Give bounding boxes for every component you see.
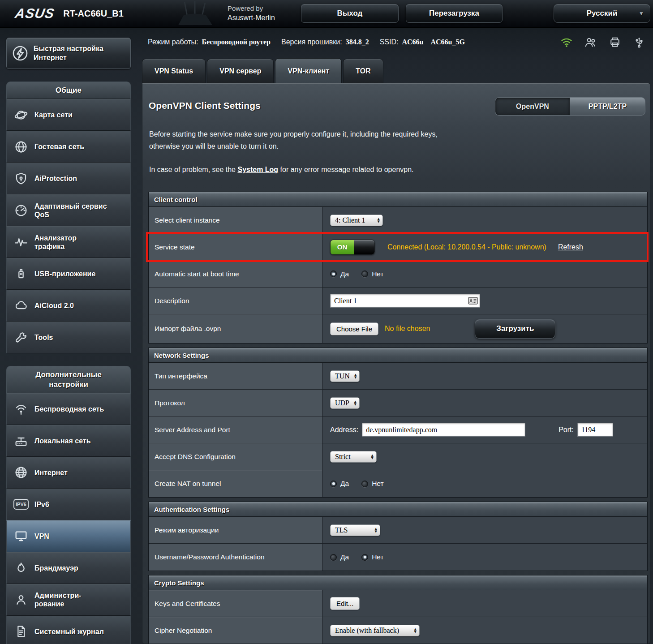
table-row: Description <box>149 288 647 314</box>
powered-by-label: Powered by <box>228 4 275 13</box>
sidebar-item-administration[interactable]: Администри-рование <box>6 584 131 616</box>
sidebar: Быстрая настройка Интернет Общие Карта с… <box>6 38 131 644</box>
auth-mode-select[interactable]: TLS ▲▼ <box>330 524 380 536</box>
openvpn-toggle-button[interactable]: OpenVPN <box>495 97 570 116</box>
sidebar-item-usb-app[interactable]: USB-приложение <box>6 258 131 290</box>
import-ovpn-label: Импорт файла .ovpn <box>149 314 322 343</box>
guest-network-icon <box>11 137 31 157</box>
shield-lock-icon <box>11 169 31 189</box>
cloud-icon <box>11 296 31 316</box>
nat-yes-radio[interactable]: Да <box>330 480 349 488</box>
keys-certificates-label: Keys and Certificates <box>149 590 322 617</box>
accept-dns-select[interactable]: Strict ▲▼ <box>330 451 377 463</box>
reboot-button[interactable]: Перезагрузка <box>406 4 503 23</box>
quick-setup-icon <box>10 43 30 63</box>
operation-mode-link[interactable]: Беспроводной роутер <box>202 38 271 46</box>
server-address-input[interactable] <box>362 423 525 437</box>
main-content-panel: OpenVPN Client Settings OpenVPN PPTP/L2T… <box>142 83 650 644</box>
router-image <box>174 0 219 28</box>
address-label: Address: <box>330 426 358 434</box>
monitor-icon <box>11 526 31 546</box>
server-port-input[interactable] <box>577 423 613 437</box>
language-selector[interactable]: Русский ▼ <box>554 4 650 23</box>
radio-unchecked-icon <box>361 481 368 487</box>
vpn-tabs: VPN Status VPN сервер VPN-клиент TOR <box>142 58 385 83</box>
sidebar-item-system-log[interactable]: Системный журнал <box>6 616 131 644</box>
edit-keys-button[interactable]: Edit... <box>330 597 360 610</box>
wifi-status-icon[interactable] <box>560 35 573 49</box>
powered-by-block: Powered by Asuswrt-Merlin <box>228 4 275 23</box>
sidebar-item-firewall[interactable]: Брандмауэр <box>6 552 131 584</box>
traffic-analyzer-icon <box>11 232 31 252</box>
sidebar-section-general: Общие <box>6 82 131 99</box>
client-control-header: Client control <box>149 192 647 207</box>
intro-text: Before starting the service make sure yo… <box>149 128 644 152</box>
radio-checked-icon <box>361 554 368 561</box>
table-row: Импорт файла .ovpn Choose File No file c… <box>149 314 647 343</box>
sidebar-item-wan[interactable]: Интернет <box>6 457 131 489</box>
logout-button[interactable]: Выход <box>301 4 399 23</box>
interface-type-select[interactable]: TUN ▲▼ <box>330 370 360 382</box>
usb-port-icon[interactable] <box>632 35 646 49</box>
select-stepper-icon: ▲▼ <box>371 454 374 459</box>
sidebar-item-ipv6[interactable]: IPV6 IPv6 <box>6 489 131 520</box>
wireless-icon <box>11 399 31 419</box>
authentication-settings-table: Authentication Settings Режим авторизаци… <box>148 502 648 571</box>
nat-no-radio[interactable]: Нет <box>361 480 383 488</box>
tab-vpn-client[interactable]: VPN-клиент <box>275 58 342 83</box>
firmware-version-link[interactable]: 384.8_2 <box>346 38 369 46</box>
ssid-2g-link[interactable]: AC66u <box>402 38 423 46</box>
choose-file-button[interactable]: Choose File <box>330 322 378 335</box>
refresh-link[interactable]: Refresh <box>558 243 583 251</box>
tab-tor[interactable]: TOR <box>343 59 383 83</box>
userpass-yes-radio[interactable]: Да <box>330 553 349 561</box>
input-list-icon[interactable] <box>468 297 478 306</box>
table-row: Server Address and Port Address: Port: <box>149 416 647 443</box>
sidebar-section-advanced: Дополнительные настройки <box>6 366 131 393</box>
sidebar-item-guest-network[interactable]: Гостевая сеть <box>6 131 131 163</box>
client-instance-select[interactable]: 4: Client 1 ▲▼ <box>330 215 383 226</box>
ipv6-icon: IPV6 <box>11 494 31 514</box>
no-file-chosen-text: No file chosen <box>385 325 430 333</box>
select-stepper-icon: ▲▼ <box>354 400 357 406</box>
tab-vpn-status[interactable]: VPN Status <box>142 59 206 83</box>
network-map-icon <box>11 105 31 125</box>
sidebar-item-aiprotection[interactable]: AiProtection <box>6 163 131 194</box>
cipher-negotiation-select[interactable]: Enable (with fallback) ▲▼ <box>330 625 420 636</box>
system-log-link[interactable]: System Log <box>237 166 278 173</box>
userpass-auth-label: Username/Password Authentication <box>149 544 322 571</box>
router-model: RT-AC66U_B1 <box>63 9 123 19</box>
ssid-5g-link[interactable]: AC66u_5G <box>430 38 464 46</box>
firmware-version-label: Версия прошивки: <box>281 38 342 46</box>
table-row: Create NAT on tunnel Да Нет <box>149 470 647 497</box>
accept-dns-label: Accept DNS Configuration <box>149 443 322 470</box>
autostart-no-radio[interactable]: Нет <box>361 270 383 278</box>
sidebar-item-aicloud[interactable]: AiCloud 2.0 <box>6 290 131 322</box>
radio-checked-icon <box>330 270 337 277</box>
sidebar-item-qos[interactable]: Адаптивный сервис QoS <box>6 194 131 226</box>
protocol-select[interactable]: UDP ▲▼ <box>330 397 360 409</box>
tab-vpn-server[interactable]: VPN сервер <box>207 59 274 83</box>
crypto-settings-table: Crypto Settings Keys and Certificates Ed… <box>148 575 648 644</box>
upload-button[interactable]: Загрузить <box>475 319 555 339</box>
pptp-l2tp-toggle-button[interactable]: PPTP/L2TP <box>570 97 645 116</box>
userpass-no-radio[interactable]: Нет <box>361 553 383 561</box>
client-control-table: Client control Select client instance 4:… <box>148 192 648 343</box>
description-input[interactable] <box>330 294 480 308</box>
toggle-on-label: ON <box>331 240 354 254</box>
autostart-yes-radio[interactable]: Да <box>330 270 349 278</box>
table-row: Протокол UDP ▲▼ <box>149 390 647 416</box>
port-label: Port: <box>558 426 574 434</box>
sidebar-item-lan[interactable]: Локальная сеть <box>6 425 131 457</box>
printer-icon[interactable] <box>608 35 622 49</box>
quick-setup-label: Быстрая настройка Интернет <box>34 44 103 62</box>
sidebar-item-wireless[interactable]: Беспроводная сеть <box>6 393 131 425</box>
chevron-down-icon: ▼ <box>639 10 644 17</box>
sidebar-item-network-map[interactable]: Карта сети <box>6 99 131 131</box>
sidebar-item-traffic-analyzer[interactable]: Анализатор трафика <box>6 226 131 258</box>
sidebar-item-tools[interactable]: Tools <box>6 322 131 353</box>
sidebar-item-vpn[interactable]: VPN <box>6 520 131 552</box>
service-state-toggle[interactable]: ON <box>330 240 375 255</box>
sidebar-quick-setup[interactable]: Быстрая настройка Интернет <box>6 38 131 69</box>
clients-icon[interactable] <box>584 35 597 49</box>
